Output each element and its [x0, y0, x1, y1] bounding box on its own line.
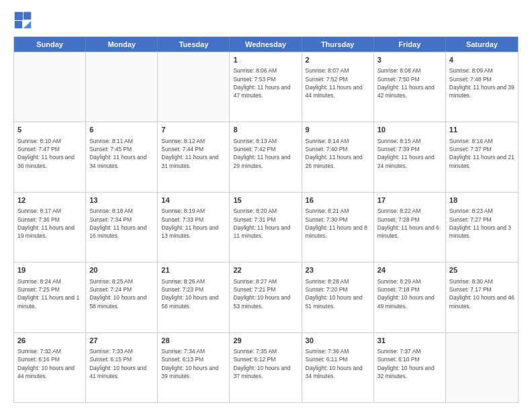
calendar: Sunday Monday Tuesday Wednesday Thursday… — [13, 36, 519, 403]
calendar-row-4: 26Sunrise: 7:32 AM Sunset: 6:16 PM Dayli… — [14, 332, 518, 402]
day-number: 24 — [378, 265, 442, 275]
logo-icon — [13, 11, 32, 30]
day-number: 3 — [378, 55, 442, 65]
calendar-cell-0-6: 4Sunrise: 8:09 AM Sunset: 7:48 PM Daylig… — [446, 52, 518, 122]
day-number: 16 — [306, 195, 370, 205]
day-number: 23 — [306, 265, 370, 275]
day-content: Sunrise: 8:07 AM Sunset: 7:52 PM Dayligh… — [306, 66, 370, 99]
calendar-cell-4-0: 26Sunrise: 7:32 AM Sunset: 6:16 PM Dayli… — [14, 333, 86, 402]
day-number: 20 — [89, 265, 154, 275]
day-content: Sunrise: 8:30 AM Sunset: 7:17 PM Dayligh… — [449, 277, 515, 310]
page: Sunday Monday Tuesday Wednesday Thursday… — [0, 0, 532, 411]
day-number: 12 — [17, 195, 82, 205]
svg-rect-0 — [15, 12, 23, 20]
day-number: 19 — [17, 265, 82, 275]
day-content: Sunrise: 8:27 AM Sunset: 7:21 PM Dayligh… — [233, 277, 298, 310]
day-number: 10 — [378, 125, 442, 135]
day-content: Sunrise: 7:32 AM Sunset: 6:16 PM Dayligh… — [17, 347, 82, 380]
day-number: 14 — [161, 195, 226, 205]
day-content: Sunrise: 8:12 AM Sunset: 7:44 PM Dayligh… — [161, 137, 226, 170]
day-number: 5 — [17, 125, 82, 135]
day-number: 18 — [449, 195, 515, 205]
day-number: 9 — [306, 125, 370, 135]
calendar-cell-0-5: 3Sunrise: 8:08 AM Sunset: 7:50 PM Daylig… — [374, 52, 446, 122]
calendar-cell-1-6: 11Sunrise: 8:16 AM Sunset: 7:37 PM Dayli… — [446, 122, 518, 191]
calendar-row-2: 12Sunrise: 8:17 AM Sunset: 7:36 PM Dayli… — [14, 192, 518, 262]
header-saturday: Saturday — [446, 37, 518, 52]
day-content: Sunrise: 8:20 AM Sunset: 7:31 PM Dayligh… — [233, 207, 298, 240]
calendar-row-3: 19Sunrise: 8:24 AM Sunset: 7:25 PM Dayli… — [14, 262, 518, 332]
header-wednesday: Wednesday — [230, 37, 302, 52]
header-tuesday: Tuesday — [158, 37, 230, 52]
day-number: 30 — [306, 336, 370, 346]
calendar-body: 1Sunrise: 8:06 AM Sunset: 7:53 PM Daylig… — [14, 52, 518, 402]
day-content: Sunrise: 8:22 AM Sunset: 7:28 PM Dayligh… — [378, 207, 442, 240]
calendar-cell-2-2: 14Sunrise: 8:19 AM Sunset: 7:33 PM Dayli… — [158, 193, 230, 262]
day-content: Sunrise: 8:13 AM Sunset: 7:42 PM Dayligh… — [233, 137, 298, 170]
day-number: 28 — [161, 336, 226, 346]
svg-marker-3 — [24, 21, 31, 28]
day-content: Sunrise: 8:24 AM Sunset: 7:25 PM Dayligh… — [17, 277, 82, 310]
day-content: Sunrise: 8:06 AM Sunset: 7:53 PM Dayligh… — [233, 66, 298, 99]
day-content: Sunrise: 8:15 AM Sunset: 7:39 PM Dayligh… — [378, 137, 442, 170]
day-content: Sunrise: 7:37 AM Sunset: 6:10 PM Dayligh… — [378, 347, 442, 380]
calendar-cell-3-6: 25Sunrise: 8:30 AM Sunset: 7:17 PM Dayli… — [446, 263, 518, 332]
day-content: Sunrise: 8:21 AM Sunset: 7:30 PM Dayligh… — [306, 207, 370, 240]
calendar-cell-4-5: 31Sunrise: 7:37 AM Sunset: 6:10 PM Dayli… — [374, 333, 446, 402]
logo — [13, 11, 34, 30]
calendar-cell-3-3: 22Sunrise: 8:27 AM Sunset: 7:21 PM Dayli… — [230, 263, 302, 332]
day-content: Sunrise: 8:26 AM Sunset: 7:23 PM Dayligh… — [161, 277, 226, 310]
day-number: 4 — [449, 55, 515, 65]
day-number: 29 — [233, 336, 298, 346]
calendar-cell-1-2: 7Sunrise: 8:12 AM Sunset: 7:44 PM Daylig… — [158, 122, 230, 191]
day-number: 26 — [17, 336, 82, 346]
day-content: Sunrise: 7:33 AM Sunset: 6:15 PM Dayligh… — [89, 347, 154, 380]
day-content: Sunrise: 8:28 AM Sunset: 7:20 PM Dayligh… — [306, 277, 370, 310]
day-number: 17 — [378, 195, 442, 205]
header — [13, 11, 519, 30]
header-thursday: Thursday — [302, 37, 374, 52]
calendar-cell-3-2: 21Sunrise: 8:26 AM Sunset: 7:23 PM Dayli… — [158, 263, 230, 332]
header-friday: Friday — [374, 37, 446, 52]
day-content: Sunrise: 7:34 AM Sunset: 6:13 PM Dayligh… — [161, 347, 226, 380]
day-content: Sunrise: 7:36 AM Sunset: 6:11 PM Dayligh… — [306, 347, 370, 380]
calendar-cell-3-0: 19Sunrise: 8:24 AM Sunset: 7:25 PM Dayli… — [14, 263, 86, 332]
day-number: 25 — [449, 265, 515, 275]
day-content: Sunrise: 8:11 AM Sunset: 7:45 PM Dayligh… — [89, 137, 154, 170]
day-number: 31 — [378, 336, 442, 346]
calendar-cell-0-0 — [14, 52, 86, 122]
calendar-cell-4-6 — [446, 333, 518, 402]
day-content: Sunrise: 8:19 AM Sunset: 7:33 PM Dayligh… — [161, 207, 226, 240]
day-content: Sunrise: 8:17 AM Sunset: 7:36 PM Dayligh… — [17, 207, 82, 240]
day-number: 15 — [233, 195, 298, 205]
day-number: 6 — [89, 125, 154, 135]
day-content: Sunrise: 7:35 AM Sunset: 6:12 PM Dayligh… — [233, 347, 298, 380]
day-number: 7 — [161, 125, 226, 135]
calendar-cell-0-1 — [86, 52, 158, 122]
calendar-cell-4-3: 29Sunrise: 7:35 AM Sunset: 6:12 PM Dayli… — [230, 333, 302, 402]
calendar-cell-0-2 — [158, 52, 230, 122]
calendar-cell-1-1: 6Sunrise: 8:11 AM Sunset: 7:45 PM Daylig… — [86, 122, 158, 191]
day-content: Sunrise: 8:23 AM Sunset: 7:27 PM Dayligh… — [449, 207, 515, 240]
calendar-cell-2-4: 16Sunrise: 8:21 AM Sunset: 7:30 PM Dayli… — [302, 193, 374, 262]
day-content: Sunrise: 8:18 AM Sunset: 7:34 PM Dayligh… — [89, 207, 154, 240]
calendar-row-0: 1Sunrise: 8:06 AM Sunset: 7:53 PM Daylig… — [14, 52, 518, 122]
day-content: Sunrise: 8:10 AM Sunset: 7:47 PM Dayligh… — [17, 137, 82, 170]
calendar-cell-1-4: 9Sunrise: 8:14 AM Sunset: 7:40 PM Daylig… — [302, 122, 374, 191]
calendar-cell-2-6: 18Sunrise: 8:23 AM Sunset: 7:27 PM Dayli… — [446, 193, 518, 262]
calendar-header: Sunday Monday Tuesday Wednesday Thursday… — [14, 37, 518, 52]
calendar-cell-3-5: 24Sunrise: 8:29 AM Sunset: 7:18 PM Dayli… — [374, 263, 446, 332]
day-number: 8 — [233, 125, 298, 135]
day-content: Sunrise: 8:16 AM Sunset: 7:37 PM Dayligh… — [449, 137, 515, 170]
calendar-cell-4-1: 27Sunrise: 7:33 AM Sunset: 6:15 PM Dayli… — [86, 333, 158, 402]
day-content: Sunrise: 8:29 AM Sunset: 7:18 PM Dayligh… — [378, 277, 442, 310]
calendar-cell-1-0: 5Sunrise: 8:10 AM Sunset: 7:47 PM Daylig… — [14, 122, 86, 191]
calendar-cell-3-4: 23Sunrise: 8:28 AM Sunset: 7:20 PM Dayli… — [302, 263, 374, 332]
day-number: 11 — [449, 125, 515, 135]
day-number: 2 — [306, 55, 370, 65]
day-content: Sunrise: 8:09 AM Sunset: 7:48 PM Dayligh… — [449, 66, 515, 99]
calendar-cell-1-3: 8Sunrise: 8:13 AM Sunset: 7:42 PM Daylig… — [230, 122, 302, 191]
calendar-cell-3-1: 20Sunrise: 8:25 AM Sunset: 7:24 PM Dayli… — [86, 263, 158, 332]
calendar-cell-4-2: 28Sunrise: 7:34 AM Sunset: 6:13 PM Dayli… — [158, 333, 230, 402]
header-monday: Monday — [86, 37, 158, 52]
